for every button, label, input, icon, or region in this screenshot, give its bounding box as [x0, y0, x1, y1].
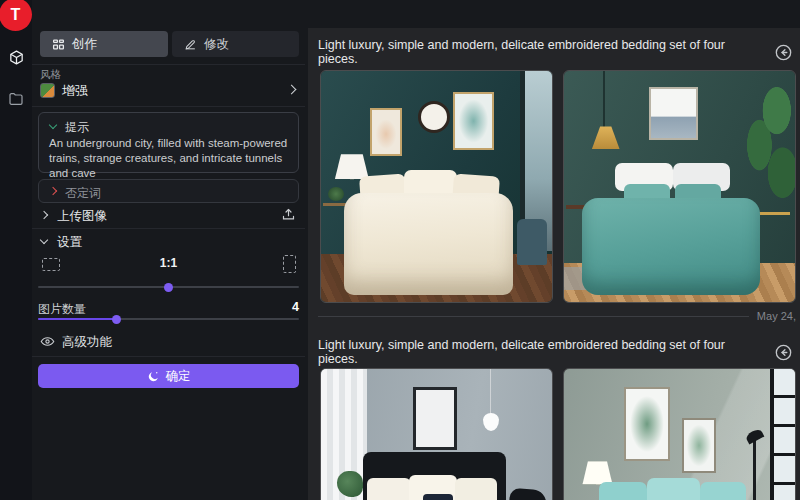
scene-art-frame — [453, 92, 495, 150]
eye-icon — [40, 334, 55, 349]
advanced-row[interactable]: 高级功能 — [32, 332, 305, 352]
tab-create-label: 创作 — [72, 36, 97, 53]
scene-wall-clock — [418, 101, 450, 133]
image-count-slider-thumb[interactable] — [112, 315, 121, 324]
scene-art-frame — [649, 87, 698, 140]
negative-box[interactable]: 否定词 — [38, 179, 299, 203]
confirm-button[interactable]: 确定 — [38, 364, 299, 388]
scene-bed — [582, 198, 760, 295]
style-thumbnail-icon — [40, 83, 55, 98]
left-rail: T — [0, 0, 32, 500]
scene-pillow — [367, 478, 411, 500]
generated-image-2[interactable] — [563, 70, 796, 303]
avatar[interactable]: T — [0, 0, 32, 31]
moon-icon — [147, 370, 160, 383]
scene-art-frame — [682, 418, 717, 473]
scene-pendant-cord — [490, 369, 492, 415]
chevron-right-icon — [40, 211, 48, 219]
upload-icon[interactable] — [281, 207, 296, 222]
aspect-slider-thumb[interactable] — [164, 283, 173, 292]
cube-icon[interactable] — [7, 48, 25, 66]
scene-plant — [337, 471, 363, 497]
chevron-right-icon[interactable] — [287, 85, 297, 95]
scene-window — [770, 369, 795, 500]
chevron-right-icon[interactable] — [49, 187, 57, 195]
upload-label: 上传图像 — [57, 208, 107, 225]
date-divider: May 24, — [318, 310, 796, 322]
scene-pillow — [647, 478, 700, 500]
image-count-slider[interactable] — [38, 318, 299, 320]
upload-row[interactable]: 上传图像 — [32, 205, 305, 227]
bedroom-scene-mint — [564, 369, 795, 500]
results-area: Light luxury, simple and modern, delicat… — [308, 28, 800, 500]
chevron-down-icon[interactable] — [49, 121, 57, 129]
aspect-ratio-value: 1:1 — [32, 256, 305, 270]
result-prompt-row: Light luxury, simple and modern, delicat… — [318, 338, 792, 366]
advanced-label: 高级功能 — [62, 334, 112, 351]
date-label: May 24, — [749, 310, 796, 322]
prompt-text[interactable]: An underground city, filled with steam-p… — [49, 136, 291, 181]
bedroom-scene-cream — [321, 71, 552, 302]
scene-art-frame — [624, 387, 670, 461]
scene-floor-lamp — [753, 438, 756, 500]
result-prompt-text: Light luxury, simple and modern, delicat… — [318, 338, 765, 366]
aspect-ratio-slider[interactable] — [38, 286, 299, 288]
scene-pendant-lamp — [483, 413, 499, 431]
settings-row[interactable]: 设置 — [32, 233, 305, 251]
tab-modify-label: 修改 — [204, 36, 229, 53]
edit-icon — [184, 38, 197, 51]
grid-icon — [52, 38, 65, 51]
control-panel: 创作 修改 风格 增强 提示 An underground city, fill… — [32, 0, 305, 500]
divider-line — [318, 316, 749, 317]
reuse-prompt-icon[interactable] — [775, 44, 792, 61]
bedroom-scene-teal — [564, 71, 795, 302]
style-value[interactable]: 增强 — [62, 82, 88, 100]
reuse-prompt-icon[interactable] — [775, 344, 792, 361]
style-section-label: 风格 — [40, 68, 61, 82]
generated-image-4[interactable] — [563, 368, 796, 500]
negative-label: 否定词 — [65, 185, 101, 202]
divider — [32, 356, 305, 357]
scene-side-table — [756, 212, 791, 215]
image-count-value: 4 — [32, 300, 299, 314]
result-prompt-text: Light luxury, simple and modern, delicat… — [318, 38, 765, 66]
scene-bed — [344, 193, 513, 295]
image-count-slider-fill — [38, 318, 116, 320]
scene-pillow — [455, 478, 497, 500]
chevron-down-icon — [40, 236, 48, 244]
scene-pillow — [423, 494, 453, 500]
confirm-label: 确定 — [166, 368, 191, 385]
scene-armchair — [517, 219, 547, 265]
settings-label: 设置 — [57, 234, 82, 251]
divider — [32, 106, 305, 107]
scene-art-frame — [413, 387, 457, 449]
aspect-portrait-icon[interactable] — [283, 255, 296, 273]
prompt-box[interactable]: 提示 An underground city, filled with stea… — [38, 112, 299, 173]
scene-pillow — [599, 482, 648, 500]
tab-modify[interactable]: 修改 — [172, 31, 299, 57]
generated-image-1[interactable] — [320, 70, 553, 303]
divider — [32, 228, 305, 229]
tab-create[interactable]: 创作 — [40, 31, 168, 57]
scene-plant — [328, 187, 344, 201]
scene-pendant-cord — [603, 71, 605, 129]
scene-art-frame — [370, 108, 402, 157]
divider — [32, 64, 305, 65]
prompt-label: 提示 — [65, 119, 89, 136]
scene-pillow — [700, 482, 746, 500]
result-prompt-row: Light luxury, simple and modern, delicat… — [318, 38, 792, 66]
generated-image-3[interactable] — [320, 368, 553, 500]
folder-icon[interactable] — [7, 90, 25, 108]
bedroom-scene-gray — [321, 369, 552, 500]
